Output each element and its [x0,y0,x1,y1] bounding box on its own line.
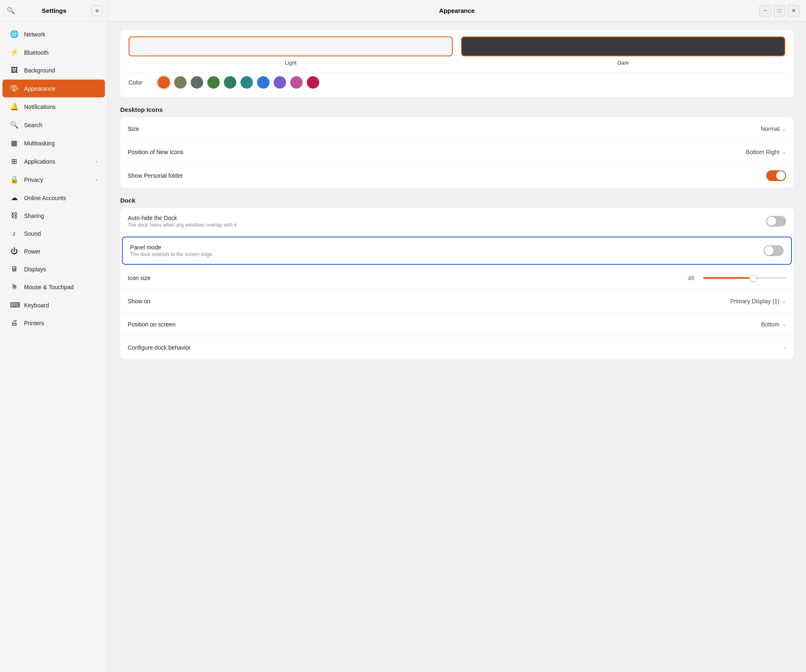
sidebar-item-network[interactable]: 🌐Network [2,25,105,43]
personal-folder-row: Show Personal folder [120,164,794,188]
sidebar-item-label-printers: Printers [24,320,97,326]
theme-light-option[interactable]: Light [129,36,453,66]
sidebar-item-label-notifications: Notifications [24,104,97,110]
color-dot-blue[interactable] [257,76,269,89]
theme-row: Light Dark [129,36,785,66]
main-page-title: Appearance [439,7,475,14]
sidebar-item-multitasking[interactable]: ▦Multitasking [2,134,105,152]
online-accounts-icon: ☁ [10,193,18,202]
panel-mode-toggle[interactable] [764,245,784,256]
position-new-icons-value[interactable]: Bottom Right ⌄ [746,149,786,155]
sidebar-title: Settings [21,7,87,14]
position-new-icons-label: Position of New Icons [128,149,746,155]
sidebar-item-displays[interactable]: 🖥Displays [2,261,105,278]
configure-dock-chevron-icon: › [784,345,786,351]
minimize-button[interactable]: − [760,5,771,17]
show-on-value-text: Primary Display (1) [730,298,779,305]
position-new-icons-row: Position of New Icons Bottom Right ⌄ [120,140,794,164]
sidebar-item-search[interactable]: 🔍Search [2,116,105,134]
sidebar-item-online-accounts[interactable]: ☁Online Accounts [2,189,105,207]
size-value-text: Normal [761,126,779,132]
auto-hide-label: Auto-hide the Dock [128,215,766,221]
applications-icon: ⊞ [10,157,18,166]
position-new-icons-value-text: Bottom Right [746,149,779,155]
configure-dock-label: Configure dock behavior [128,344,784,351]
sidebar-item-label-network: Network [24,31,97,38]
color-options [158,76,785,89]
color-dot-sage[interactable] [191,76,203,89]
dock-section: Dock Auto-hide the Dock The dock hides w… [120,197,794,359]
mouse-touchpad-icon: 🖱 [10,283,18,291]
sidebar-item-chevron-privacy: › [96,177,97,183]
color-dot-orange[interactable] [158,76,170,89]
sidebar-item-background[interactable]: 🖼Background [2,62,105,79]
show-on-chevron-icon: ⌄ [782,298,786,304]
notifications-icon: 🔔 [10,102,18,111]
privacy-icon: 🔒 [10,175,18,184]
auto-hide-toggle-thumb [767,217,776,226]
sidebar-menu-button[interactable]: ≡ [92,5,102,16]
sidebar-item-sharing[interactable]: ⛓Sharing [2,207,105,225]
sidebar-nav: 🌐Network⚡Bluetooth🖼Background🎨Appearance… [0,22,107,672]
color-dot-teal-dark[interactable] [224,76,236,89]
sidebar-item-notifications[interactable]: 🔔Notifications [2,98,105,116]
personal-folder-label: Show Personal folder [128,172,766,179]
size-chevron-icon: ⌄ [782,126,786,132]
auto-hide-sublabel: The dock hides when any windows overlap … [128,222,766,228]
sidebar-item-power[interactable]: ⏻Power [2,243,105,260]
desktop-icons-header: Desktop Icons [120,106,794,113]
theme-light-preview [129,36,453,56]
sidebar-header: 🔍 Settings ≡ [0,0,107,22]
color-dot-teal[interactable] [240,76,253,89]
position-on-screen-value[interactable]: Bottom ⌄ [761,321,786,328]
icon-size-row: Icon size 48 [120,266,794,290]
sidebar: 🔍 Settings ≡ 🌐Network⚡Bluetooth🖼Backgrou… [0,0,108,672]
main-content: Light Dark Color Desktop Icons Size [108,22,806,672]
sidebar-item-mouse-touchpad[interactable]: 🖱Mouse & Touchpad [2,278,105,296]
sidebar-item-printers[interactable]: 🖨Printers [2,314,105,332]
show-on-label: Show on [128,298,730,305]
desktop-icons-card: Size Normal ⌄ Position of New Icons Bott… [120,117,794,188]
theme-dark-option[interactable]: Dark [461,36,785,66]
sidebar-item-label-mouse-touchpad: Mouse & Touchpad [24,284,97,290]
search-icon: 🔍 [10,121,18,129]
configure-dock-row[interactable]: Configure dock behavior › [120,336,794,359]
panel-mode-sublabel: The dock extends to the screen edge. [130,251,764,257]
dock-header: Dock [120,197,794,204]
maximize-button[interactable]: □ [774,5,785,17]
color-dot-green[interactable] [207,76,220,89]
sidebar-item-label-appearance: Appearance [24,85,97,92]
sidebar-item-label-power: Power [24,248,97,255]
personal-folder-toggle[interactable] [766,170,786,181]
personal-folder-toggle-thumb [776,171,785,180]
color-dot-purple[interactable] [274,76,286,89]
icon-size-slider-container: 48 [688,275,786,281]
close-button[interactable]: ✕ [788,5,799,17]
color-dot-pink[interactable] [290,76,303,89]
show-on-value[interactable]: Primary Display (1) ⌄ [730,298,786,305]
sidebar-item-privacy[interactable]: 🔒Privacy› [2,171,105,189]
sidebar-item-keyboard[interactable]: ⌨Keyboard [2,296,105,314]
sidebar-search-button[interactable]: 🔍 [5,5,17,16]
icon-size-slider-track[interactable] [703,277,786,279]
position-new-icons-chevron-icon: ⌄ [782,149,786,155]
icon-size-slider-thumb[interactable] [749,274,757,282]
sidebar-item-label-applications: Applications [24,158,90,165]
icon-size-value: 48 [688,275,698,281]
main-area: Appearance − □ ✕ Light Dark Color [108,0,806,672]
color-dot-crimson[interactable] [307,76,319,89]
sidebar-item-appearance[interactable]: 🎨Appearance [2,80,105,97]
size-value[interactable]: Normal ⌄ [761,126,786,132]
sidebar-item-sound[interactable]: ♪Sound [2,225,105,242]
main-header: Appearance − □ ✕ [108,0,806,22]
sidebar-item-label-multitasking: Multitasking [24,140,97,147]
color-dot-olive[interactable] [174,76,187,89]
sidebar-item-bluetooth[interactable]: ⚡Bluetooth [2,44,105,61]
window-controls: − □ ✕ [760,5,799,17]
keyboard-icon: ⌨ [10,301,18,309]
theme-dark-preview [461,36,785,56]
panel-mode-row: Panel mode The dock extends to the scree… [122,237,792,265]
icon-size-slider-fill [703,277,753,279]
auto-hide-toggle[interactable] [766,216,786,227]
sidebar-item-applications[interactable]: ⊞Applications› [2,152,105,170]
